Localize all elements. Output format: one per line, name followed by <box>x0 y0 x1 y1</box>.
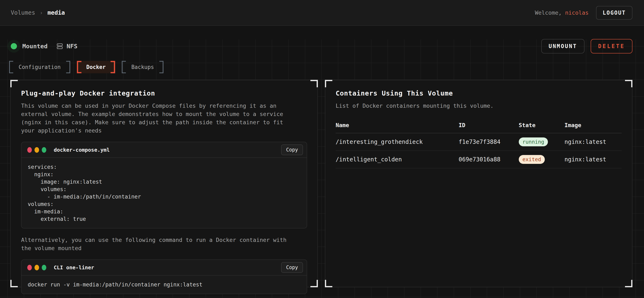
mounted-status-dot-icon <box>11 43 17 49</box>
cli-filename: CLI one-liner <box>54 265 94 271</box>
container-image: nginx:latest <box>564 133 622 151</box>
containers-panel-subtitle: List of Docker containers mounting this … <box>336 102 606 110</box>
panel-corner-decoration <box>310 80 318 87</box>
table-row: /intelligent_colden 069e73016a88 exited … <box>336 151 622 168</box>
cli-intro-text: Alternatively, you can use the following… <box>21 236 292 252</box>
compose-filename: docker-compose.yml <box>54 147 110 153</box>
column-header-image: Image <box>564 122 622 133</box>
breadcrumb: Volumes › media <box>11 9 65 16</box>
mount-state-label: Mounted <box>22 43 48 50</box>
column-header-name: Name <box>336 122 458 133</box>
panel-corner-decoration <box>325 80 332 87</box>
tab-bar: Configuration Docker Backups <box>9 61 644 73</box>
copy-compose-button[interactable]: Copy <box>281 145 303 155</box>
docker-panel-title: Plug-and-play Docker integration <box>21 89 307 97</box>
green-dot-icon <box>42 265 46 270</box>
panel-corner-decoration <box>10 80 18 87</box>
container-name: /intelligent_colden <box>336 151 458 168</box>
tab-backups[interactable]: Backups <box>122 61 164 73</box>
copy-cli-button[interactable]: Copy <box>281 262 303 273</box>
username: nicolas <box>565 9 588 16</box>
server-stack-icon <box>56 42 64 50</box>
container-name: /interesting_grothendieck <box>336 133 458 151</box>
docker-panel-description: This volume can be used in your Docker C… <box>21 102 292 135</box>
panel-corner-decoration <box>625 280 632 287</box>
tab-configuration[interactable]: Configuration <box>9 61 70 73</box>
panel-corner-decoration <box>310 280 318 287</box>
column-header-state: State <box>519 122 564 133</box>
container-image: nginx:latest <box>564 151 622 168</box>
containers-panel-title: Containers Using This Volume <box>336 89 622 97</box>
cli-code-block: CLI one-liner Copy docker run -v im-medi… <box>21 259 307 294</box>
amber-dot-icon <box>34 265 39 270</box>
panel-corner-decoration <box>625 80 632 87</box>
compose-code: services: nginx: image: nginx:latest vol… <box>22 158 307 228</box>
breadcrumb-current-volume: media <box>48 9 65 16</box>
window-dots-icon <box>27 265 46 270</box>
logout-button[interactable]: LOGOUT <box>596 6 632 20</box>
breadcrumb-separator-icon: › <box>40 10 43 16</box>
window-dots-icon <box>27 147 46 153</box>
panel-corner-decoration <box>10 280 18 287</box>
column-header-id: ID <box>458 122 519 133</box>
delete-button[interactable]: DELETE <box>591 39 632 53</box>
containers-panel: Containers Using This Volume List of Doc… <box>325 80 632 287</box>
container-id: f1e73e7f3884 <box>458 133 519 151</box>
table-row: /interesting_grothendieck f1e73e7f3884 r… <box>336 133 622 151</box>
breadcrumb-volumes-link[interactable]: Volumes <box>11 9 35 16</box>
fs-type-label: NFS <box>66 43 77 50</box>
containers-table: Name ID State Image /interesting_grothen… <box>336 122 622 168</box>
green-dot-icon <box>42 147 46 153</box>
top-bar: Volumes › media Welcome, nicolas LOGOUT <box>0 0 644 26</box>
red-dot-icon <box>27 265 32 270</box>
status-badge: exited <box>519 155 545 164</box>
cli-code: docker run -v im-media:/path/in/containe… <box>22 276 307 294</box>
status-badge: running <box>519 138 548 146</box>
unmount-button[interactable]: UNMOUNT <box>541 39 585 53</box>
docker-integration-panel: Plug-and-play Docker integration This vo… <box>10 80 318 287</box>
main-content: Mounted NFS UNMOUNT DELETE Configuration… <box>0 39 644 298</box>
compose-code-block: docker-compose.yml Copy services: nginx:… <box>21 142 307 228</box>
welcome-text: Welcome, nicolas <box>535 9 588 16</box>
container-id: 069e73016a88 <box>458 151 519 168</box>
amber-dot-icon <box>34 147 39 153</box>
red-dot-icon <box>27 147 32 153</box>
panel-corner-decoration <box>325 280 332 287</box>
tab-docker[interactable]: Docker <box>77 61 115 73</box>
